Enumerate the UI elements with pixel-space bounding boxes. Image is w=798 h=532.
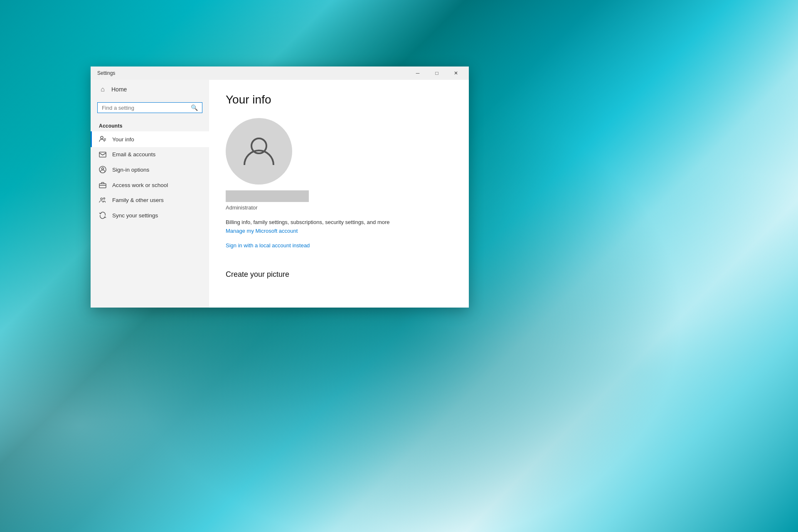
manage-microsoft-account-link[interactable]: Manage my Microsoft account (226, 228, 298, 234)
sync-icon (99, 212, 106, 219)
family-icon (99, 197, 106, 203)
avatar (226, 118, 292, 185)
briefcase-icon (99, 182, 106, 188)
svg-rect-6 (99, 184, 106, 188)
email-icon (99, 152, 106, 158)
sidebar-item-your-info[interactable]: Your info (91, 131, 209, 147)
user-role: Administrator (226, 204, 258, 211)
close-button[interactable]: ✕ (446, 66, 466, 80)
search-box[interactable]: 🔍 (97, 102, 202, 113)
avatar-icon (240, 133, 278, 170)
create-picture-title: Create your picture (226, 270, 452, 279)
sidebar-item-family[interactable]: Family & other users (91, 192, 209, 207)
sync-label: Sync your settings (112, 212, 158, 219)
sidebar-section-title: Accounts (91, 120, 209, 131)
home-label: Home (111, 86, 127, 93)
svg-point-9 (103, 198, 105, 200)
local-account-link[interactable]: Sign in with a local account instead (226, 242, 310, 249)
person-list-icon (99, 135, 106, 143)
sign-in-icon (99, 166, 106, 173)
avatar-section: Administrator Billing info, family setti… (226, 118, 452, 260)
svg-point-0 (101, 136, 103, 139)
sidebar-item-sync[interactable]: Sync your settings (91, 207, 209, 223)
maximize-button[interactable]: □ (427, 66, 446, 80)
family-label: Family & other users (112, 197, 164, 203)
window-content: Home 🔍 Accounts Your inf (91, 80, 469, 308)
access-work-label: Access work or school (112, 182, 168, 188)
svg-point-5 (102, 168, 104, 170)
sign-in-label: Sign-in options (112, 167, 149, 173)
main-panel: Your info Administrator Billing info, fa… (209, 80, 469, 308)
your-info-label: Your info (112, 136, 134, 143)
window-controls: ─ □ ✕ (408, 66, 466, 80)
username-bar (226, 190, 309, 202)
sidebar-item-access-work[interactable]: Access work or school (91, 177, 209, 192)
email-accounts-label: Email & accounts (112, 151, 155, 158)
window-title: Settings (97, 70, 115, 76)
search-input[interactable] (102, 105, 191, 111)
minimize-button[interactable]: ─ (408, 66, 427, 80)
home-icon (99, 86, 106, 93)
sidebar: Home 🔍 Accounts Your inf (91, 80, 209, 308)
billing-info: Billing info, family settings, subscript… (226, 219, 390, 225)
settings-window: Settings ─ □ ✕ Home 🔍 Accounts (91, 66, 469, 308)
sidebar-home[interactable]: Home (91, 80, 209, 99)
svg-point-8 (101, 198, 103, 200)
sidebar-item-email-accounts[interactable]: Email & accounts (91, 147, 209, 162)
svg-rect-3 (99, 152, 106, 157)
title-bar: Settings ─ □ ✕ (91, 66, 469, 80)
page-title: Your info (226, 93, 452, 106)
search-icon: 🔍 (191, 104, 198, 111)
sidebar-item-sign-in[interactable]: Sign-in options (91, 162, 209, 177)
